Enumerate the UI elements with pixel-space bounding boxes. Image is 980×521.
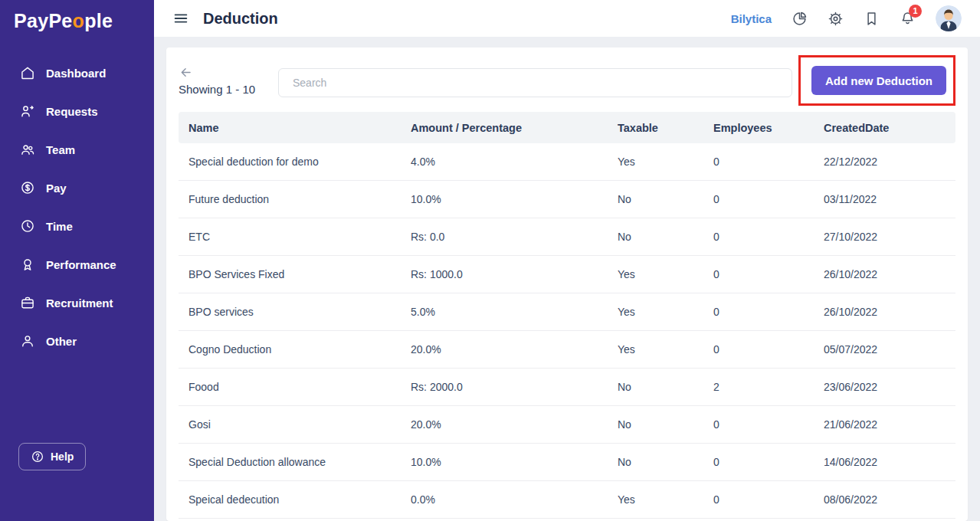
add-new-deduction-button[interactable]: Add new Deduction bbox=[811, 66, 946, 95]
requests-icon bbox=[20, 103, 35, 119]
page-title: Deduction bbox=[203, 10, 278, 28]
table-cell: No bbox=[608, 381, 703, 393]
table-row[interactable]: FooodRs: 2000.0No223/06/2022 bbox=[179, 369, 955, 406]
table-header-row: Name Amount / Percentage Taxable Employe… bbox=[179, 112, 955, 143]
table-row[interactable]: Cogno Deduction20.0%Yes005/07/2022 bbox=[179, 331, 955, 369]
sidebar-item-time[interactable]: Time bbox=[0, 207, 154, 245]
deduction-card: Showing 1 - 10 Add new Deduction Name Am… bbox=[166, 48, 968, 521]
sidebar-item-label: Time bbox=[46, 220, 73, 233]
sidebar-item-requests[interactable]: Requests bbox=[0, 92, 154, 130]
sidebar-item-team[interactable]: Team bbox=[0, 130, 154, 169]
table-row[interactable]: Speical dedecution0.0%Yes008/06/2022 bbox=[179, 481, 955, 519]
menu-icon[interactable] bbox=[172, 10, 189, 27]
col-header-name: Name bbox=[179, 122, 401, 134]
help-icon bbox=[31, 450, 44, 464]
sidebar-item-other[interactable]: Other bbox=[0, 322, 154, 360]
table-cell: 0 bbox=[703, 156, 814, 168]
table-cell: 0 bbox=[703, 456, 814, 468]
table-row[interactable]: ETCRs: 0.0No027/10/2022 bbox=[179, 218, 955, 256]
search-input[interactable] bbox=[278, 68, 792, 97]
toolbar: Showing 1 - 10 Add new Deduction bbox=[179, 55, 955, 106]
table-cell: 10.0% bbox=[401, 193, 608, 205]
table-row[interactable]: Gosi20.0%No021/06/2022 bbox=[179, 406, 955, 444]
table-cell: No bbox=[608, 231, 703, 243]
col-header-taxable: Taxable bbox=[608, 122, 703, 134]
back-arrow-icon[interactable] bbox=[179, 65, 264, 80]
table-cell: 0 bbox=[703, 231, 814, 243]
recruitment-icon bbox=[20, 295, 35, 310]
team-icon bbox=[20, 142, 35, 157]
app: PayPeople DashboardRequestsTeamPayTimePe… bbox=[0, 0, 980, 521]
table-cell: No bbox=[608, 418, 703, 431]
table-cell: 0.0% bbox=[401, 493, 608, 506]
sidebar-item-label: Requests bbox=[46, 105, 98, 118]
table-cell: 0 bbox=[703, 493, 814, 506]
table-cell: Rs: 0.0 bbox=[401, 231, 608, 243]
bell-icon[interactable]: 1 bbox=[900, 11, 916, 27]
table-cell: Foood bbox=[179, 381, 401, 393]
sidebar-item-label: Dashboard bbox=[46, 67, 106, 80]
col-header-employees: Employees bbox=[703, 122, 814, 134]
help-section: Help bbox=[0, 443, 154, 521]
topbar-actions: Bilytica 1 bbox=[731, 5, 962, 31]
table-cell: 5.0% bbox=[401, 306, 608, 318]
sidebar-item-dashboard[interactable]: Dashboard bbox=[0, 54, 154, 92]
table-row[interactable]: Special deduction for demo4.0%Yes022/12/… bbox=[179, 143, 955, 181]
table-cell: 0 bbox=[703, 193, 814, 205]
table-cell: 0 bbox=[703, 343, 814, 356]
content-area: Showing 1 - 10 Add new Deduction Name Am… bbox=[154, 37, 980, 521]
table-cell: 0 bbox=[703, 268, 814, 280]
account-link[interactable]: Bilytica bbox=[731, 12, 772, 25]
toolbar-left: Showing 1 - 10 bbox=[179, 65, 264, 96]
table-row[interactable]: Future deduction10.0%No003/11/2022 bbox=[179, 181, 955, 218]
pie-chart-icon[interactable] bbox=[792, 11, 808, 27]
help-label: Help bbox=[51, 451, 74, 463]
table-cell: Special Deduction allowance bbox=[179, 456, 401, 468]
table-cell: No bbox=[608, 456, 703, 468]
table-row[interactable]: BPO Services FixedRs: 1000.0Yes026/10/20… bbox=[179, 256, 955, 293]
notification-badge: 1 bbox=[909, 5, 922, 18]
table-cell: 2 bbox=[703, 381, 814, 393]
table-cell: BPO services bbox=[179, 306, 401, 318]
table-cell: 14/06/2022 bbox=[814, 456, 955, 468]
app-logo: PayPeople bbox=[0, 0, 154, 37]
bookmark-icon[interactable] bbox=[864, 11, 880, 27]
table-cell: ETC bbox=[179, 231, 401, 243]
avatar[interactable] bbox=[936, 5, 962, 31]
dashboard-icon bbox=[20, 65, 35, 80]
table-cell: 26/10/2022 bbox=[814, 268, 955, 280]
table-cell: 08/06/2022 bbox=[814, 493, 955, 506]
table-cell: 0 bbox=[703, 306, 814, 318]
sidebar-nav: DashboardRequestsTeamPayTimePerformanceR… bbox=[0, 54, 154, 360]
table-body: Special deduction for demo4.0%Yes022/12/… bbox=[179, 143, 955, 519]
table-cell: 26/10/2022 bbox=[814, 306, 955, 318]
performance-icon bbox=[20, 257, 35, 272]
table-cell: Yes bbox=[608, 156, 703, 168]
col-header-amount: Amount / Percentage bbox=[401, 122, 608, 134]
table-cell: Yes bbox=[608, 343, 703, 356]
table-cell: 20.0% bbox=[401, 418, 608, 431]
sidebar-item-recruitment[interactable]: Recruitment bbox=[0, 283, 154, 322]
table-row[interactable]: Special Deduction allowance10.0%No014/06… bbox=[179, 444, 955, 481]
table-cell: 4.0% bbox=[401, 156, 608, 168]
sidebar-item-performance[interactable]: Performance bbox=[0, 245, 154, 283]
sidebar-item-pay[interactable]: Pay bbox=[0, 169, 154, 207]
table-row[interactable]: BPO services5.0%Yes026/10/2022 bbox=[179, 293, 955, 331]
main-area: Deduction Bilytica 1 bbox=[154, 0, 980, 521]
gear-icon[interactable] bbox=[828, 11, 844, 27]
table-cell: Yes bbox=[608, 493, 703, 506]
other-icon bbox=[20, 333, 35, 349]
sidebar: PayPeople DashboardRequestsTeamPayTimePe… bbox=[0, 0, 154, 521]
table-cell: 05/07/2022 bbox=[814, 343, 955, 356]
sidebar-item-label: Recruitment bbox=[46, 297, 113, 310]
table-cell: No bbox=[608, 193, 703, 205]
sidebar-item-label: Other bbox=[46, 335, 77, 348]
topbar: Deduction Bilytica 1 bbox=[154, 0, 980, 37]
table-cell: 20.0% bbox=[401, 343, 608, 356]
logo-text: PayPeople bbox=[14, 10, 113, 31]
table-cell: Speical dedecution bbox=[179, 493, 401, 506]
sidebar-item-label: Team bbox=[46, 143, 75, 156]
help-button[interactable]: Help bbox=[18, 443, 86, 470]
sidebar-item-label: Performance bbox=[46, 258, 116, 271]
table-cell: Rs: 2000.0 bbox=[401, 381, 608, 393]
